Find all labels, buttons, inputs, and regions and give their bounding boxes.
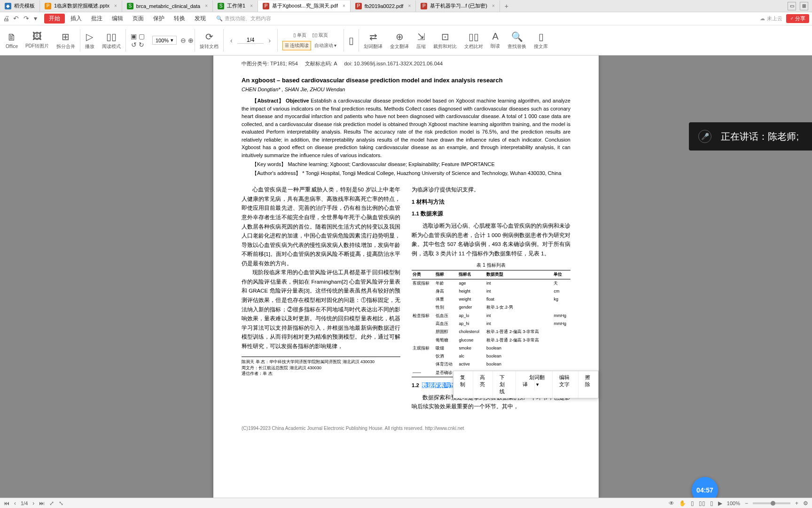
tab-add-button[interactable]: + bbox=[500, 2, 513, 10]
tool-play[interactable]: ▷播放 bbox=[81, 25, 98, 55]
mode-autoscroll[interactable]: 自动滚动▾ bbox=[312, 41, 339, 50]
tool-full-translate[interactable]: ⊕全文翻译 bbox=[386, 25, 413, 55]
tool-readmode[interactable]: ▯▯阅读模式 bbox=[98, 25, 125, 55]
menu-protect[interactable]: 保护 bbox=[149, 14, 168, 24]
menu-insert[interactable]: 插入 bbox=[67, 14, 86, 24]
layout2-icon[interactable]: ⊞ bbox=[800, 2, 808, 10]
rotate-left-icon[interactable]: ↺ bbox=[131, 41, 137, 48]
next-page-icon[interactable]: › bbox=[266, 37, 273, 44]
status-zoom: 100% bbox=[727, 500, 740, 506]
zoom-in-icon[interactable]: + bbox=[795, 500, 798, 507]
mode-continuous[interactable]: ☰ 连续阅读 bbox=[282, 41, 311, 50]
table-row: 高血压ap_hiintmmHg bbox=[412, 320, 570, 328]
hand-icon[interactable]: ✋ bbox=[679, 500, 686, 507]
collapse-icon[interactable]: ⤡ bbox=[59, 500, 63, 507]
undo-icon[interactable]: ↶ bbox=[13, 15, 22, 23]
zoom-in-icon[interactable]: ⊕ bbox=[188, 37, 194, 44]
ctx-edit-text[interactable]: 编辑文字 bbox=[553, 371, 578, 398]
ctx-underline[interactable]: 下划线 bbox=[493, 371, 516, 398]
close-icon[interactable]: × bbox=[205, 3, 208, 8]
redo-icon[interactable]: ↷ bbox=[23, 15, 32, 23]
mode-single[interactable]: ▯ 单页 bbox=[291, 31, 309, 40]
print-icon[interactable]: 🖨 bbox=[3, 15, 11, 23]
next-page-icon[interactable]: › bbox=[32, 500, 34, 507]
ctx-translate[interactable]: 划词翻译 ▾ bbox=[516, 371, 553, 398]
tab-template[interactable]: ◆稻壳模板 bbox=[0, 0, 40, 12]
dropdown-icon[interactable]: ▾ bbox=[34, 15, 42, 23]
bookmark-icon: ▯ bbox=[349, 35, 354, 46]
search-icon: 🔍 bbox=[216, 16, 223, 22]
settings-icon[interactable]: ⚙ bbox=[803, 500, 808, 507]
last-page-icon[interactable]: ⏭ bbox=[39, 500, 45, 507]
tab-pdf3[interactable]: P基于机器学习...f (已加密)× bbox=[416, 0, 500, 12]
tool-rotate[interactable]: ⟳旋转文档 bbox=[196, 25, 222, 55]
search-input[interactable]: 🔍查找功能、文档内容 bbox=[216, 15, 271, 22]
tool-crop[interactable]: ⊡裁剪和对比 bbox=[429, 25, 461, 55]
expand-icon[interactable]: ⤢ bbox=[49, 500, 54, 507]
menu-edit[interactable]: 编辑 bbox=[108, 14, 127, 24]
tab-bar: ◆稻壳模板 P1临床数据挖掘概述.pptx× Sbrca_metabric_cl… bbox=[0, 0, 812, 12]
zoom-out-icon[interactable]: − bbox=[745, 500, 748, 507]
ctx-erase[interactable]: 擦除 bbox=[578, 371, 598, 398]
fit-page-icon[interactable]: ▢ bbox=[139, 32, 145, 40]
prev-page-icon[interactable]: ‹ bbox=[14, 500, 16, 507]
table-row: 体育活动activeboolean bbox=[412, 360, 570, 368]
table-row: 主观指标吸烟smokeboolean bbox=[412, 344, 570, 352]
fit-width-icon[interactable]: ▣ bbox=[131, 32, 137, 40]
menu-page[interactable]: 页面 bbox=[129, 14, 148, 24]
office-icon: 🗎 bbox=[7, 32, 16, 43]
fullscreen-icon[interactable]: ▶ bbox=[718, 500, 722, 507]
zoom-out-icon[interactable]: ⊖ bbox=[180, 37, 186, 44]
tool-library[interactable]: ▯搜文库 bbox=[530, 25, 552, 55]
first-page-icon[interactable]: ⏮ bbox=[4, 500, 9, 507]
view3-icon[interactable]: ▯ bbox=[710, 500, 713, 507]
view2-icon[interactable]: ▯▯ bbox=[699, 500, 705, 507]
tab-pdf-active[interactable]: P基于Xgboost...究_陈洞天.pdf× bbox=[258, 0, 351, 12]
zoom-select[interactable]: 100%▾ bbox=[152, 36, 177, 45]
view-modes: ▯ 单页 ▯▯ 双页 ☰ 连续阅读 自动滚动▾ bbox=[279, 25, 343, 55]
ctx-highlight[interactable]: 高亮 bbox=[473, 371, 493, 398]
view1-icon[interactable]: ▯ bbox=[691, 500, 694, 507]
close-icon[interactable]: × bbox=[492, 3, 495, 8]
tool-split[interactable]: ⊞拆分合并 bbox=[53, 25, 79, 55]
tool-findreplace[interactable]: 🔍查找替换 bbox=[504, 25, 530, 55]
tool-compress[interactable]: ⇲压缩 bbox=[413, 25, 429, 55]
menu-start[interactable]: 开始 bbox=[44, 14, 65, 24]
cloud-status[interactable]: ☁未上云 bbox=[760, 15, 782, 22]
layout1-icon[interactable]: ▭ bbox=[788, 2, 796, 10]
menu-convert[interactable]: 转换 bbox=[170, 14, 189, 24]
table-row: 饮酒alcboolean bbox=[412, 352, 570, 360]
tab-xlsx[interactable]: S工作簿1× bbox=[213, 0, 258, 12]
eye-icon[interactable]: 👁 bbox=[669, 500, 674, 507]
rotate-icon: ⟳ bbox=[205, 31, 213, 42]
mode-dual[interactable]: ▯▯ 双页 bbox=[310, 31, 330, 40]
tab-csv[interactable]: Sbrca_metabric_clinical_data× bbox=[122, 0, 213, 12]
prev-page-icon[interactable]: ‹ bbox=[228, 37, 234, 44]
status-page: 1/4 bbox=[21, 500, 28, 506]
rotate-right-icon[interactable]: ↻ bbox=[139, 41, 144, 48]
menu-publish[interactable]: 发现 bbox=[191, 14, 210, 24]
tab-pptx[interactable]: P1临床数据挖掘概述.pptx× bbox=[40, 0, 122, 12]
menu-annotate[interactable]: 批注 bbox=[87, 14, 106, 24]
page-indicator[interactable]: 1/4 bbox=[237, 37, 264, 44]
tab-pdf2[interactable]: Pfb2019a0022.pdf× bbox=[351, 0, 416, 12]
zoom-slider[interactable] bbox=[753, 502, 790, 504]
tool-textcompare[interactable]: ▯▯文档比对 bbox=[461, 25, 487, 55]
tool-read[interactable]: A朗读 bbox=[487, 25, 504, 55]
table-row: 体重weightfloatkg bbox=[412, 295, 570, 303]
document-viewport[interactable]: 中图分类号: TP181; R54 文献标志码: A doi: 10.3969/… bbox=[0, 56, 812, 498]
table-row: 性别gender枚举.1-女.2-男 bbox=[412, 303, 570, 311]
close-icon[interactable]: × bbox=[408, 3, 411, 8]
tool-word-translate[interactable]: ⇄划词翻译 bbox=[360, 25, 386, 55]
tool-goto[interactable]: ▯ bbox=[345, 25, 358, 55]
csv-icon: S bbox=[127, 3, 133, 9]
mic-muted-icon[interactable]: 🎤 bbox=[698, 130, 711, 143]
close-icon[interactable]: × bbox=[250, 3, 253, 8]
tool-pdf2img[interactable]: 🖼PDF转图片 bbox=[22, 25, 53, 55]
close-icon[interactable]: × bbox=[114, 3, 117, 8]
tool-office[interactable]: 🗎Office bbox=[2, 25, 22, 55]
share-button[interactable]: ♂ 分享 bbox=[786, 14, 809, 23]
pdf-icon: P bbox=[421, 3, 427, 9]
ctx-copy[interactable]: 复制 bbox=[453, 371, 473, 398]
close-icon[interactable]: × bbox=[343, 3, 345, 8]
